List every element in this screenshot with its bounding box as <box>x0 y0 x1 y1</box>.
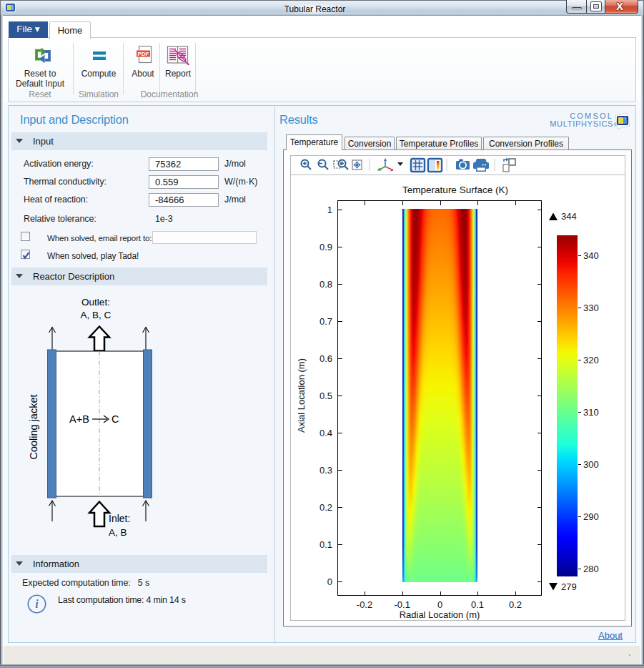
svg-text:310: 310 <box>583 407 599 418</box>
svg-text:0.7: 0.7 <box>319 316 332 327</box>
svg-text:i: i <box>35 598 39 610</box>
svg-text:0.3: 0.3 <box>319 465 332 476</box>
svg-text:0: 0 <box>327 576 332 587</box>
svg-text:-0.1: -0.1 <box>394 599 410 610</box>
svg-text:0.9: 0.9 <box>319 242 332 252</box>
svg-text:Inlet:: Inlet: <box>109 513 130 524</box>
svg-text:1: 1 <box>327 205 332 215</box>
svg-text:280: 280 <box>583 564 599 574</box>
svg-text:290: 290 <box>583 511 599 522</box>
svg-text:A+B: A+B <box>69 413 89 425</box>
svg-text:Radial Location (m): Radial Location (m) <box>400 609 480 620</box>
svg-text:344: 344 <box>561 211 577 222</box>
svg-text:300: 300 <box>583 459 599 470</box>
svg-text:Cooling jacket: Cooling jacket <box>28 394 39 459</box>
svg-text:0.8: 0.8 <box>319 279 332 290</box>
svg-text:-0.2: -0.2 <box>357 599 372 610</box>
svg-text:0.1: 0.1 <box>319 539 332 550</box>
svg-text:C: C <box>112 413 119 425</box>
svg-text:0.5: 0.5 <box>319 391 332 401</box>
svg-text:PDF: PDF <box>138 51 149 57</box>
svg-text:0.6: 0.6 <box>319 353 332 364</box>
svg-text:0.4: 0.4 <box>319 428 332 438</box>
svg-text:340: 340 <box>583 250 599 261</box>
svg-text:0.1: 0.1 <box>471 599 484 610</box>
svg-text:0.2: 0.2 <box>509 599 522 610</box>
svg-text:0.2: 0.2 <box>319 502 332 513</box>
svg-text:320: 320 <box>583 355 599 365</box>
svg-text:Temperature Surface (K): Temperature Surface (K) <box>402 185 508 195</box>
svg-text:Axial Location (m): Axial Location (m) <box>296 358 307 433</box>
svg-text:0: 0 <box>437 599 442 610</box>
svg-text:279: 279 <box>561 581 577 592</box>
svg-text:330: 330 <box>583 303 599 313</box>
